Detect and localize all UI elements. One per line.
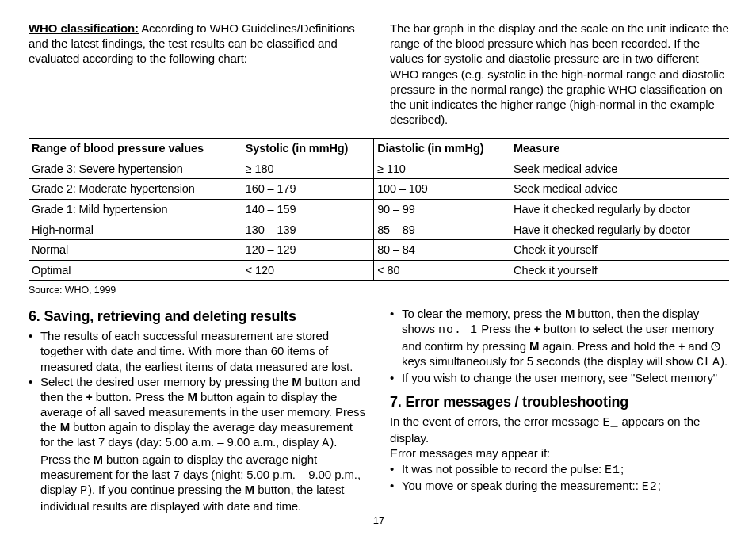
m-button-label: M [565,307,575,320]
intro-right: The bar graph in the display and the sca… [390,21,729,127]
cell-systolic: 130 – 139 [242,220,373,240]
section-7-title: 7. Error messages / troubleshooting [390,393,729,411]
th-measure: Measure [510,139,729,159]
cell-measure: Have it checked regularly by doctor [510,220,729,240]
page: WHO classification: According to WHO Gui… [0,0,756,535]
cell-measure: Have it checked regularly by doctor [510,199,729,220]
cell-range: Grade 1: Mild hypertension [29,199,242,220]
list-item: Select the desired user memory by pressi… [40,374,368,514]
body-columns: 6. Saving, retrieving and deleting resul… [29,306,729,514]
m-button-label: M [60,420,70,434]
table-row: High-normal 130 – 139 85 – 89 Have it ch… [29,220,729,240]
list-item: If you wish to change the user memory, s… [402,370,729,385]
table-row: Grade 2: Moderate hypertension 160 – 179… [29,179,729,200]
segment-display-text: A [322,437,330,450]
cell-measure: Check it yourself [510,260,729,281]
cell-diastolic: 90 – 99 [374,199,510,220]
table-header-row: Range of blood pressure values Systolic … [29,139,729,159]
th-range: Range of blood pressure values [29,139,242,159]
who-table: Range of blood pressure values Systolic … [29,138,729,281]
section-6-title: 6. Saving, retrieving and deleting resul… [29,308,368,326]
m-button-label: M [292,375,301,388]
cell-diastolic: 100 – 109 [374,179,510,200]
th-systolic: Systolic (in mmHg) [242,139,373,159]
list-item: It was not possible to record the pulse:… [402,461,729,478]
m-button-label: M [187,390,197,403]
cell-range: Normal [29,240,242,261]
body-right: To clear the memory, press the M button,… [390,306,729,514]
clock-icon [711,342,720,351]
cell-range: Grade 3: Severe hypertension [29,159,242,179]
m-button-label: M [529,339,539,353]
table-source: Source: WHO, 1999 [29,284,729,296]
cell-diastolic: ≥ 110 [374,159,510,179]
who-classification-heading: WHO classification: [29,21,139,35]
th-diastolic: Diastolic (in mmHg) [374,139,510,159]
plus-button-label: + [534,323,540,334]
segment-display-text: E1 [605,464,620,477]
cell-diastolic: 80 – 84 [374,240,510,261]
segment-display-text: CLA [697,356,720,369]
segment-display-text: E_ [602,416,618,430]
table-row: Grade 1: Mild hypertension 140 – 159 90 … [29,199,729,220]
cell-measure: Check it yourself [510,240,729,261]
intro-left: WHO classification: According to WHO Gui… [29,21,368,127]
cell-range: High-normal [29,220,242,240]
section-7-intro: In the event of errors, the error messag… [390,414,729,445]
cell-measure: Seek medical advice [510,159,729,179]
section-6-list-continued: To clear the memory, press the M button,… [390,306,729,385]
segment-display-text: P [80,484,88,498]
cell-measure: Seek medical advice [510,179,729,200]
section-7-line2: Error messages may appear if: [390,445,729,460]
plus-button-label: + [86,392,92,403]
cell-range: Grade 2: Moderate hypertension [29,179,242,200]
cell-diastolic: < 80 [374,260,510,281]
cell-systolic: < 120 [242,260,373,281]
table-row: Optimal < 120 < 80 Check it yourself [29,260,729,281]
m-button-label: M [245,483,254,496]
body-left: 6. Saving, retrieving and deleting resul… [29,306,368,514]
list-item: To clear the memory, press the M button,… [402,306,729,370]
segment-display-text: no. 1 [438,323,478,337]
intro-columns: WHO classification: According to WHO Gui… [29,21,729,127]
list-item: You move or speak during the measurement… [402,478,729,495]
table-row: Normal 120 – 129 80 – 84 Check it yourse… [29,240,729,261]
section-6-list: The results of each successful measureme… [29,328,368,514]
cell-range: Optimal [29,260,242,281]
table-row: Grade 3: Severe hypertension ≥ 180 ≥ 110… [29,159,729,179]
m-button-label: M [94,453,103,466]
cell-diastolic: 85 – 89 [374,220,510,240]
cell-systolic: 120 – 129 [242,240,373,261]
section-7-list: It was not possible to record the pulse:… [390,461,729,495]
cell-systolic: ≥ 180 [242,159,373,179]
cell-systolic: 160 – 179 [242,179,373,200]
list-item: The results of each successful measureme… [40,328,368,374]
segment-display-text: E2 [642,480,658,494]
cell-systolic: 140 – 159 [242,199,373,220]
intro-right-body: The bar graph in the display and the sca… [390,21,729,126]
page-number: 17 [29,514,729,528]
